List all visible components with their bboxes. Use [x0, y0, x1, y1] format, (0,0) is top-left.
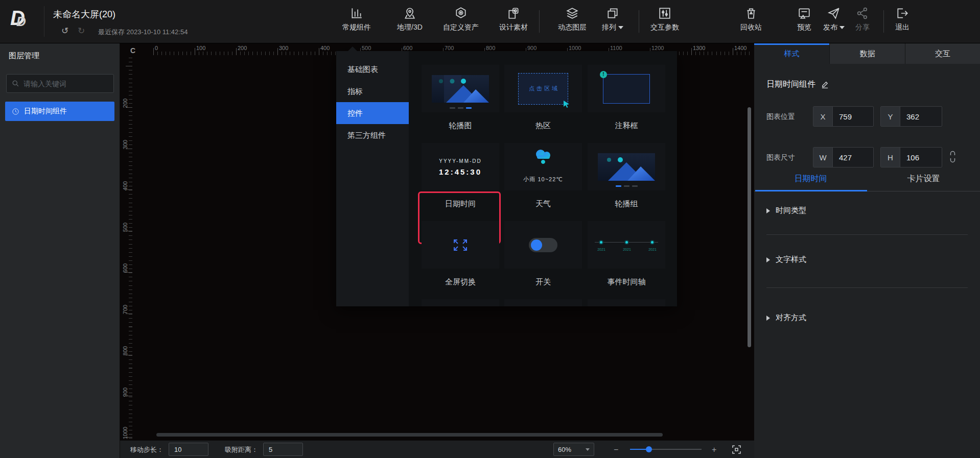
toolbar-exit[interactable]: 退出: [895, 7, 909, 32]
toolbar-custom-assets[interactable]: 自定义资产: [443, 7, 479, 32]
switch-thumb-art: [529, 238, 557, 252]
snap-distance-input[interactable]: [263, 443, 303, 456]
undo-icon[interactable]: ↺: [59, 26, 71, 37]
redo-icon[interactable]: ↻: [76, 26, 87, 37]
section-alignment[interactable]: 对齐方式: [766, 313, 806, 323]
tile-carousel[interactable]: [422, 65, 499, 112]
category-controls[interactable]: 控件: [336, 102, 409, 124]
search-icon: [12, 80, 19, 87]
fit-screen-button[interactable]: [732, 445, 741, 455]
header-divider: [44, 6, 44, 37]
layer-item-datetime[interactable]: 日期时间组件: [5, 102, 114, 121]
tile-weather[interactable]: 小雨 10~22℃: [504, 143, 582, 190]
toolbar-label: 回收站: [740, 23, 762, 32]
h-ruler-number: 0: [155, 45, 158, 51]
toolbar-label: 预览: [797, 23, 811, 32]
v-ruler-number: 500: [122, 219, 128, 236]
tile-annotation[interactable]: !: [588, 65, 665, 112]
toolbar-label: 动态图层: [558, 23, 587, 32]
tile-hotzone[interactable]: 点击区域: [504, 65, 582, 112]
tab-data[interactable]: 数据: [830, 43, 905, 64]
share-icon: [856, 7, 869, 20]
tile-clipped[interactable]: [588, 299, 665, 306]
h-ruler-number: 800: [486, 45, 495, 51]
section-time-type[interactable]: 时间类型: [766, 206, 806, 215]
app-logo[interactable]: D D: [7, 6, 37, 37]
h-ruler-number: 1200: [651, 45, 664, 51]
layer-search-input[interactable]: [24, 80, 108, 88]
toolbar-label: 地理/3D: [397, 23, 423, 32]
collapse-arrow-icon: [766, 208, 770, 213]
panel-pointer-arrow: [347, 46, 358, 52]
toolbar-interaction-params[interactable]: 交互参数: [650, 7, 679, 32]
category-third-party[interactable]: 第三方组件: [336, 124, 409, 146]
tile-carousel-group[interactable]: [588, 143, 665, 190]
tab-interaction[interactable]: 交互: [905, 43, 980, 64]
chevron-down-icon: [839, 26, 845, 29]
category-basic-charts[interactable]: 基础图表: [336, 58, 409, 80]
clock-icon: [12, 108, 19, 115]
tab-style[interactable]: 样式: [754, 43, 830, 64]
collapse-arrow-icon: [766, 257, 770, 262]
tile-clipped[interactable]: [422, 299, 499, 306]
canvas-horizontal-scrollbar[interactable]: [156, 433, 663, 437]
subtab-label: 日期时间: [795, 174, 827, 184]
timeline-year-label: 2021: [646, 248, 659, 251]
toolbar-label: 发布: [823, 23, 837, 32]
h-value[interactable]: 106: [900, 148, 942, 167]
position-x-input[interactable]: X 759: [813, 106, 874, 127]
y-value[interactable]: 362: [900, 107, 942, 126]
tile-clipped[interactable]: [504, 299, 582, 306]
ruler-corner-button[interactable]: C: [130, 46, 135, 55]
toolbar-dynamic-layers[interactable]: 动态图层: [558, 7, 587, 32]
timeline-year-label: 2021: [620, 248, 634, 251]
x-value[interactable]: 759: [833, 107, 873, 126]
toolbar-geo-3d[interactable]: 地理/3D: [397, 7, 423, 32]
zoom-slider-knob[interactable]: [646, 446, 652, 452]
tile-fullscreen-toggle[interactable]: [422, 221, 499, 269]
tile-event-timeline[interactable]: 2021 2021 2021: [588, 221, 665, 269]
carousel-pagination-dots: [422, 107, 499, 109]
subtab-card-settings[interactable]: 卡片设置: [867, 174, 980, 191]
toolbar-design-assets[interactable]: 设计素材: [499, 7, 528, 32]
tile-label-switch: 开关: [504, 277, 582, 287]
aspect-link-icon[interactable]: [949, 151, 956, 165]
size-h-input[interactable]: H 106: [880, 147, 942, 167]
position-y-input[interactable]: Y 362: [880, 106, 942, 127]
h-ruler-number: 1400: [734, 45, 746, 51]
toolbar-preview[interactable]: 预览: [797, 7, 811, 32]
toolbar-publish[interactable]: 发布: [823, 7, 845, 32]
component-category-list: 基础图表 指标 控件 第三方组件: [336, 51, 409, 306]
map-pin-icon: [403, 7, 416, 20]
layer-search-box[interactable]: [6, 74, 114, 93]
toolbar-separator: [883, 10, 884, 33]
size-w-input[interactable]: W 427: [813, 147, 874, 167]
edit-pencil-icon[interactable]: [821, 81, 829, 88]
move-step-input[interactable]: [169, 443, 208, 456]
section-divider: [766, 287, 968, 288]
logo-letter-inner: D: [16, 14, 26, 30]
w-value[interactable]: 427: [833, 148, 873, 167]
toolbar-regular-components[interactable]: 常规组件: [342, 7, 371, 32]
category-indicators[interactable]: 指标: [336, 80, 409, 102]
annotation-badge: !: [600, 71, 607, 78]
toolbar-label: 常规组件: [342, 23, 371, 32]
w-key: W: [813, 148, 833, 167]
section-text-style[interactable]: 文字样式: [766, 255, 806, 264]
section-divider: [766, 234, 968, 235]
zoom-out-button[interactable]: −: [614, 441, 618, 458]
subtab-datetime[interactable]: 日期时间: [754, 174, 867, 191]
datetime-format-text: YYYY-MM-DD: [422, 158, 499, 164]
zoom-level-select[interactable]: 60%: [553, 443, 594, 456]
h-ruler-number: 600: [403, 45, 412, 51]
toolbar-arrange[interactable]: 排列: [602, 7, 623, 32]
tile-switch[interactable]: [504, 221, 582, 269]
toolbar-label: 设计素材: [499, 23, 528, 32]
zoom-slider[interactable]: [630, 449, 702, 450]
zoom-in-button[interactable]: +: [712, 441, 716, 458]
tile-label-carousel: 轮播图: [422, 121, 499, 131]
h-ruler-number: 200: [238, 45, 247, 51]
tile-datetime[interactable]: YYYY-MM-DD 12:45:30: [422, 143, 499, 190]
canvas-vertical-scrollbar[interactable]: [748, 107, 751, 347]
toolbar-recycle-bin[interactable]: 回收站: [740, 7, 762, 32]
